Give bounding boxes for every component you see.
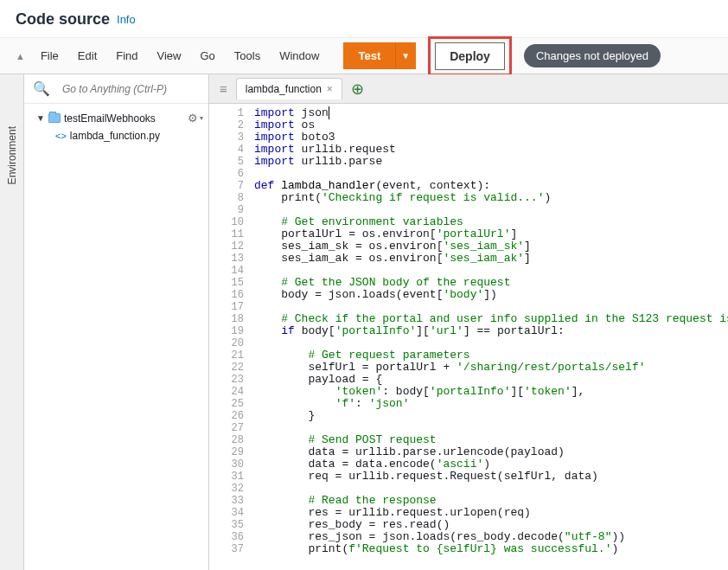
deploy-status-badge: Changes not deployed (524, 44, 661, 67)
menu-item-edit[interactable]: Edit (69, 44, 105, 67)
add-tab-icon[interactable]: ⊕ (346, 80, 369, 99)
tab-list-icon[interactable]: ≡ (214, 80, 233, 98)
tree-file-row[interactable]: <> lambda_function.py (28, 127, 205, 144)
deploy-button[interactable]: Deploy (435, 42, 505, 70)
ide-toolbar: ▲ FileEditFindViewGoToolsWindow Test ▼ D… (0, 38, 728, 74)
panel-title: Code source (16, 10, 110, 29)
code-area[interactable]: 1234567891011121314151617181920212223242… (209, 104, 728, 570)
line-gutter: 1234567891011121314151617181920212223242… (209, 104, 249, 570)
editor-pane: ≡ lambda_function × ⊕ 123456789101112131… (209, 74, 728, 570)
folder-icon (48, 113, 61, 123)
editor-tab[interactable]: lambda_function × (236, 78, 342, 99)
editor-tab-bar: ≡ lambda_function × ⊕ (209, 74, 728, 104)
file-name: lambda_function.py (70, 130, 160, 142)
tab-label: lambda_function (246, 83, 322, 95)
info-link[interactable]: Info (117, 13, 136, 26)
menu-item-go[interactable]: Go (192, 44, 224, 67)
test-button-group: Test ▼ (343, 42, 416, 69)
gear-icon[interactable]: ⚙▾ (188, 112, 203, 125)
menu-bar: FileEditFindViewGoToolsWindow (32, 44, 329, 67)
deploy-highlight: Deploy (428, 36, 512, 76)
menu-item-find[interactable]: Find (107, 44, 146, 67)
folder-name: testEmailWebhooks (64, 112, 156, 125)
environment-side-tab[interactable]: Environment (0, 74, 24, 570)
menu-item-tools[interactable]: Tools (226, 44, 269, 67)
search-icon[interactable]: 🔍 (29, 79, 54, 99)
test-dropdown-button[interactable]: ▼ (395, 42, 416, 69)
code-content[interactable]: import jsonimport osimport boto3import u… (249, 104, 728, 570)
file-explorer: 🔍 ▼ testEmailWebhooks ⚙▾ <> lambda_funct… (24, 74, 209, 570)
chevron-down-icon: ▼ (36, 113, 45, 123)
test-button[interactable]: Test (343, 42, 395, 69)
menu-item-window[interactable]: Window (271, 44, 328, 67)
file-tree: ▼ testEmailWebhooks ⚙▾ <> lambda_functio… (24, 104, 208, 150)
menu-item-file[interactable]: File (32, 44, 67, 67)
tree-folder-row[interactable]: ▼ testEmailWebhooks ⚙▾ (28, 109, 205, 127)
environment-label: Environment (6, 126, 18, 184)
panel-header: Code source Info (0, 0, 728, 38)
collapse-icon[interactable]: ▲ (9, 51, 32, 61)
goto-anything-input[interactable] (59, 80, 203, 99)
file-icon: <> (55, 131, 67, 141)
close-icon[interactable]: × (327, 83, 333, 95)
menu-item-view[interactable]: View (149, 44, 190, 67)
